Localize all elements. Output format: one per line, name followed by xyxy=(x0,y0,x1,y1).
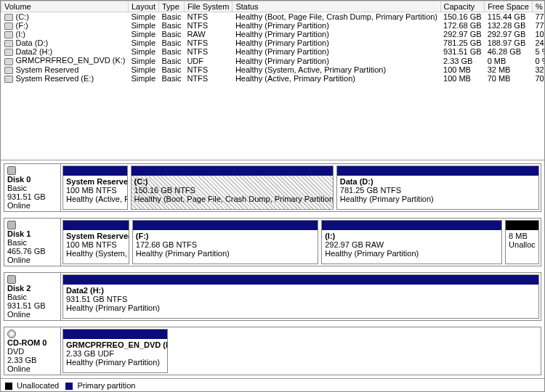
disk-state: Online xyxy=(7,201,31,210)
table-cell: (I:) xyxy=(1,30,129,38)
partition[interactable]: Data (D:)781.25 GB NTFSHealthy (Primary … xyxy=(336,166,539,210)
table-cell: 100 % xyxy=(533,30,545,38)
table-row[interactable]: GRMCPRFREO_EN_DVD (K:)SimpleBasicUDFHeal… xyxy=(1,56,545,65)
legend-bar: Unallocated Primary partition xyxy=(1,378,544,392)
table-cell: Healthy (Boot, Page File, Crash Dump, Pr… xyxy=(233,12,440,22)
partition-color-bar xyxy=(63,275,538,285)
partition[interactable]: GRMCPRFREO_EN_DVD (K:)2.33 GB UDFHealthy… xyxy=(62,329,168,373)
partition[interactable] xyxy=(171,329,539,373)
table-cell: Basic xyxy=(159,74,185,83)
table-row[interactable]: System Reserved (E:)SimpleBasicNTFSHealt… xyxy=(1,74,545,83)
partition[interactable]: (F:)172.68 GB NTFSHealthy (Primary Parti… xyxy=(132,220,318,264)
partition[interactable]: System Reserved100 MB NTFSHealthy (Syste… xyxy=(62,220,129,264)
table-cell: NTFS xyxy=(184,74,232,83)
partition-color-bar xyxy=(132,166,333,176)
disk-kind: Basic xyxy=(7,293,27,301)
disk-graphical-pane[interactable]: Disk 0Basic931.51 GBOnlineSystem Reserve… xyxy=(1,160,544,378)
table-cell: Simple xyxy=(128,65,158,74)
table-cell: 70 % xyxy=(533,74,545,83)
partition-status: Healthy (Active, Prima xyxy=(66,195,127,203)
partition-size: 100 MB NTFS xyxy=(66,186,117,195)
partition-size: 172.68 GB NTFS xyxy=(136,240,197,249)
partition[interactable]: (C:)150.16 GB NTFSHealthy (Boot, Page Fi… xyxy=(131,166,334,210)
partition[interactable]: Data2 (H:)931.51 GB NTFSHealthy (Primary… xyxy=(62,274,539,319)
partition[interactable]: 8 MBUnalloc xyxy=(505,220,539,264)
column-header[interactable]: Volume xyxy=(1,1,129,12)
table-row[interactable]: (C:)SimpleBasicNTFSHealthy (Boot, Page F… xyxy=(1,12,545,22)
cd-icon xyxy=(7,329,18,338)
partition-status: Healthy (Primary Partition) xyxy=(325,249,419,258)
volume-icon xyxy=(4,38,16,47)
partition-color-bar xyxy=(337,166,538,176)
table-cell: Basic xyxy=(159,30,185,38)
table-cell: Basic xyxy=(159,47,185,56)
partition[interactable]: System Reserved (E:)100 MB NTFSHealthy (… xyxy=(62,166,128,210)
partition-body xyxy=(171,329,539,373)
table-cell: Simple xyxy=(128,30,158,38)
disk-size: 2.33 GB xyxy=(7,356,36,364)
partition-size: 2.33 GB UDF xyxy=(66,349,114,358)
legend-label-primary: Primary partition xyxy=(77,381,135,390)
partition-color-bar xyxy=(63,221,129,230)
column-header[interactable]: File System xyxy=(184,1,232,12)
table-row[interactable]: Data (D:)SimpleBasicNTFSHealthy (Primary… xyxy=(1,38,545,47)
table-cell: 24 % xyxy=(533,38,545,47)
partition-status: Healthy (Primary Partition) xyxy=(66,303,160,312)
disk-icon xyxy=(7,220,18,229)
disk-kind: DVD xyxy=(7,347,24,356)
disk-state: Online xyxy=(7,256,31,264)
column-header[interactable]: Status xyxy=(233,1,440,12)
table-row[interactable]: System ReservedSimpleBasicNTFSHealthy (S… xyxy=(1,65,545,74)
table-cell: Healthy (Active, Primary Partition) xyxy=(233,74,440,83)
column-header[interactable]: Type xyxy=(159,1,185,12)
disk-id: Disk 1 xyxy=(7,229,57,238)
disk-size: 465.76 GB xyxy=(7,247,46,256)
disk-partitions: System Reserved (E:)100 MB NTFSHealthy (… xyxy=(61,164,541,211)
table-cell: 2.33 GB xyxy=(440,56,485,65)
volume-icon xyxy=(4,74,16,83)
column-header[interactable]: % Free xyxy=(533,1,545,12)
disk-row[interactable]: CD-ROM 0DVD2.33 GBOnlineGRMCPRFREO_EN_DV… xyxy=(4,327,541,375)
table-cell: 32 % xyxy=(533,65,545,74)
disk-icon xyxy=(7,274,18,283)
partition-color-bar xyxy=(133,221,318,230)
table-row[interactable]: (I:)SimpleBasicRAWHealthy (Primary Parti… xyxy=(1,30,545,38)
disk-label: Disk 1Basic465.76 GBOnline xyxy=(4,219,61,266)
table-cell: Healthy (Primary Partition) xyxy=(233,21,440,30)
table-cell: 172.68 GB xyxy=(440,21,485,30)
table-cell: NTFS xyxy=(184,65,232,74)
table-cell: Simple xyxy=(128,56,158,65)
column-header[interactable]: Layout xyxy=(128,1,158,12)
partition-size: 8 MB xyxy=(509,232,528,240)
volume-icon xyxy=(4,65,16,74)
disk-size: 931.51 GB xyxy=(7,301,46,310)
table-cell: 77 % xyxy=(533,21,545,30)
table-cell: UDF xyxy=(184,56,232,65)
column-header[interactable]: Capacity xyxy=(440,1,485,12)
partition-status: Healthy (Primary Partition) xyxy=(340,195,434,203)
disk-id: Disk 2 xyxy=(7,284,57,293)
disk-row[interactable]: Disk 2Basic931.51 GBOnlineData2 (H:)931.… xyxy=(4,272,541,321)
disk-kind: Basic xyxy=(7,238,27,247)
table-cell: Simple xyxy=(128,21,158,30)
disk-row[interactable]: Disk 1Basic465.76 GBOnlineSystem Reserve… xyxy=(4,218,541,266)
table-cell: Basic xyxy=(159,65,185,74)
disk-row[interactable]: Disk 0Basic931.51 GBOnlineSystem Reserve… xyxy=(4,163,541,212)
volume-icon xyxy=(4,47,16,56)
volume-list-pane[interactable]: VolumeLayoutTypeFile SystemStatusCapacit… xyxy=(1,1,544,160)
partition[interactable]: (I:)292.97 GB RAWHealthy (Primary Partit… xyxy=(321,220,502,264)
table-cell: 100 MB xyxy=(440,74,485,83)
table-row[interactable]: Data2 (H:)SimpleBasicNTFSHealthy (Primar… xyxy=(1,47,545,56)
partition-color-bar xyxy=(63,166,127,176)
table-cell: 931.51 GB xyxy=(440,47,485,56)
partition-body: Data (D:)781.25 GB NTFSHealthy (Primary … xyxy=(337,176,538,209)
table-cell: Data2 (H:) xyxy=(1,47,129,56)
partition-size: 100 MB NTFS xyxy=(66,240,117,249)
table-cell: 0 MB xyxy=(485,56,533,65)
table-row[interactable]: (F:)SimpleBasicNTFSHealthy (Primary Part… xyxy=(1,21,545,30)
column-header[interactable]: Free Space xyxy=(485,1,533,12)
table-cell: 781.25 GB xyxy=(440,38,485,47)
volume-icon xyxy=(4,56,16,65)
volume-table[interactable]: VolumeLayoutTypeFile SystemStatusCapacit… xyxy=(1,1,544,83)
disk-id: CD-ROM 0 xyxy=(7,338,57,347)
